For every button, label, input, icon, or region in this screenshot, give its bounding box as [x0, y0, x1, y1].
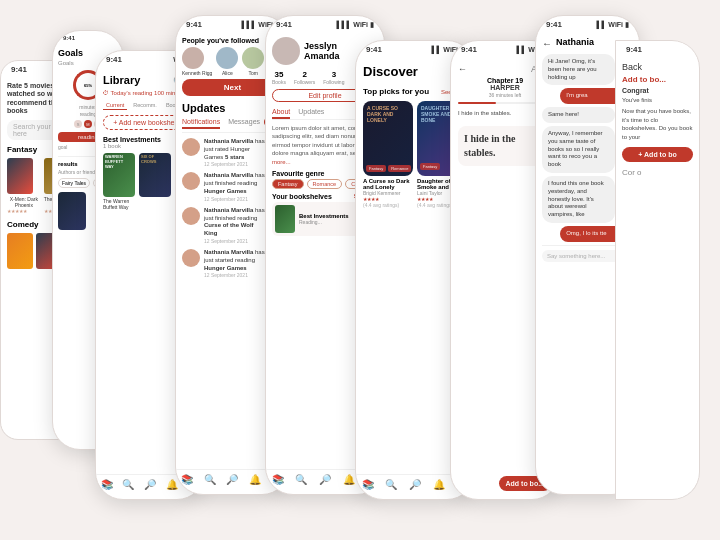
- shelf-name: Best Investments: [103, 136, 161, 143]
- back-btn-chat[interactable]: ←: [542, 38, 552, 49]
- warren-book[interactable]: WARREN BUFFETT WAY The Warren Buffett Wa…: [103, 153, 135, 210]
- genre-fantasy[interactable]: Fantasy: [272, 179, 304, 189]
- nav-search-3[interactable]: 🔎: [144, 479, 156, 490]
- curse-reviews: (4.4 avg ratings): [363, 202, 413, 208]
- tab-recs[interactable]: Recomm.: [130, 101, 160, 110]
- status-time-1: 9:41: [11, 65, 27, 74]
- nav-discover-4[interactable]: 🔍: [204, 474, 216, 485]
- nav-search-4[interactable]: 🔎: [226, 474, 238, 485]
- signal-icon-8: ▌▌ WiFi ▮: [596, 21, 629, 29]
- add-to-bookshelf-btn[interactable]: + Add to bo: [622, 147, 693, 162]
- shelf-count: 1 book: [103, 143, 161, 149]
- timer-icon: ⏱: [103, 90, 109, 96]
- nav-library-4[interactable]: 📚: [181, 474, 193, 485]
- person-avatar-3: [242, 47, 264, 69]
- nav-library-5[interactable]: 📚: [272, 474, 284, 485]
- notif-text-3: Nathania Marvilla has just finished read…: [204, 207, 265, 238]
- status-icons-5: ▌▌▌ WiFi ▮: [337, 21, 374, 29]
- person-3[interactable]: Tom: [242, 47, 264, 76]
- stat-followers: 2 Followers: [294, 70, 315, 85]
- person-name-2: Alice: [216, 70, 238, 76]
- nav-search-6[interactable]: 🔎: [409, 479, 421, 490]
- reading-progress-fill: [458, 102, 496, 104]
- nav-discover-3[interactable]: 🔍: [122, 479, 134, 490]
- tab-updates[interactable]: Updates: [298, 108, 324, 119]
- nav-search-5[interactable]: 🔎: [319, 474, 331, 485]
- back-btn-reading[interactable]: ←: [458, 64, 467, 74]
- pick-curse[interactable]: A CURSE SO DARK AND LONELY Fantasy Roman…: [363, 101, 413, 208]
- status-time-4: 9:41: [186, 20, 202, 29]
- current-book-cover: [275, 205, 295, 233]
- notif-avatar-2: [182, 172, 200, 190]
- notif-time-2: 12 September 2021: [204, 196, 265, 202]
- phone-add-book-partial: 9:41 Back Add to bo... Congrat You've fi…: [615, 40, 700, 500]
- picks-label: Top picks for you: [363, 87, 429, 96]
- following-count: 3: [323, 70, 344, 79]
- nav-library-6[interactable]: 📚: [362, 479, 374, 490]
- add-book-title: Add to bo...: [622, 75, 693, 84]
- reading-body: I hide in the stables.: [464, 132, 546, 160]
- back-btn-add[interactable]: Back: [622, 62, 642, 72]
- signal-icon-5: ▌▌▌ WiFi ▮: [337, 21, 374, 29]
- progress-pct: 65%: [84, 83, 92, 88]
- notif-time-3: 12 September 2021: [204, 238, 265, 244]
- congrats-label: Congrat: [622, 87, 693, 94]
- nav-discover-5[interactable]: 🔍: [295, 474, 307, 485]
- warren-cover: WARREN BUFFETT WAY: [103, 153, 135, 197]
- notif-text-1: Nathania Marvilla has just rated Hunger …: [204, 138, 265, 161]
- chat-msg-1: Hi Jane! Omg, it's been here are you hol…: [542, 54, 615, 85]
- notif-avatar-4: [182, 249, 200, 267]
- status-time-6: 9:41: [366, 45, 382, 54]
- goals-title: Goals: [58, 48, 83, 58]
- followers-count: 2: [294, 70, 315, 79]
- stat-books: 35 Books: [272, 70, 286, 85]
- nav-discover-6[interactable]: 🔍: [385, 479, 397, 490]
- profile-avatar: [272, 37, 300, 65]
- status-time-5: 9:41: [276, 20, 292, 29]
- nav-updates-4[interactable]: 🔔: [249, 474, 261, 485]
- chat-msg-5: I found this one book yesterday, and hon…: [542, 176, 615, 223]
- chat-msg-4: Anyway, I remember you same taste of boo…: [542, 126, 615, 173]
- warren-title: The Warren Buffett Way: [103, 198, 135, 210]
- status-time-8: 9:41: [546, 20, 562, 29]
- tab-about[interactable]: About: [272, 108, 290, 119]
- tab-current[interactable]: Current: [103, 101, 127, 110]
- status-time-9: 9:41: [626, 45, 642, 54]
- book-comedy1[interactable]: [7, 233, 33, 269]
- genre-romance[interactable]: Romance: [307, 179, 343, 189]
- nav-updates-6[interactable]: 🔔: [433, 479, 445, 490]
- filter-fairy[interactable]: Fairy Tales: [58, 178, 90, 188]
- more-link[interactable]: more...: [272, 159, 291, 165]
- books-label: Books: [272, 79, 286, 85]
- stars-xmen: ★★★★★: [7, 208, 41, 214]
- notif-text-4: Nathania Marvilla has just started readi…: [204, 249, 265, 272]
- books-count: 35: [272, 70, 286, 79]
- book-cover-xmen: [7, 158, 33, 194]
- stat-following: 3 Following: [323, 70, 344, 85]
- library-title: Library: [103, 74, 140, 86]
- six-crows-book[interactable]: SIX OF CROWS: [139, 153, 171, 210]
- book-title-xmen: X-Men: Dark Phoenix: [7, 196, 41, 208]
- book-cover-c1: [7, 233, 33, 269]
- tab-notifications[interactable]: Notifications: [182, 118, 220, 129]
- book-xmen[interactable]: X-Men: Dark Phoenix ★★★★★: [7, 158, 41, 214]
- badge-fantasy-curse: Fantasy: [366, 165, 386, 172]
- nav-updates-5[interactable]: 🔔: [343, 474, 355, 485]
- status-bar-9: 9:41: [616, 41, 699, 56]
- status-bar-2: 9:41: [53, 31, 123, 43]
- day-m: M: [84, 120, 92, 128]
- chat-name: Nathania: [556, 37, 594, 47]
- badge-romance-curse: Romance: [388, 165, 411, 172]
- curse-title: A Curse so Dark and Lonely: [363, 178, 413, 190]
- person-1[interactable]: Kenneth Rigg: [182, 47, 212, 76]
- status-bar-8: 9:41 ▌▌ WiFi ▮: [536, 16, 639, 31]
- notif-avatar-3: [182, 207, 200, 225]
- discover-title: Discover: [363, 64, 418, 79]
- add-book-desc: Now that you have books, it's time to cl…: [622, 107, 693, 141]
- status-time-2: 9:41: [63, 35, 75, 41]
- followers-label: Followers: [294, 79, 315, 85]
- person-2[interactable]: Alice: [216, 47, 238, 76]
- nav-library-3[interactable]: 📚: [101, 479, 113, 490]
- book-six-crows[interactable]: [58, 192, 86, 230]
- day-s: S: [74, 120, 82, 128]
